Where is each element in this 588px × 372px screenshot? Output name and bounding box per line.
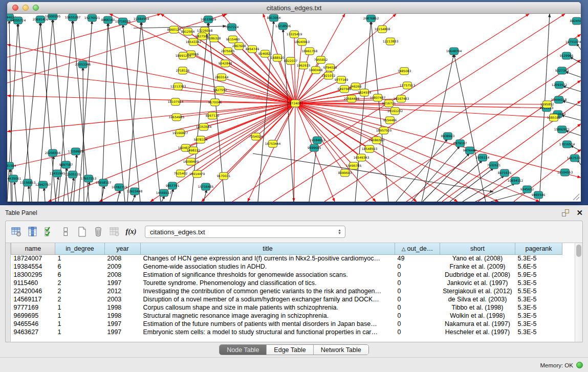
graph-node[interactable]: 10719185 bbox=[115, 18, 131, 25]
graph-node[interactable]: 12923448 bbox=[127, 188, 143, 195]
graph-node[interactable]: 13325419 bbox=[287, 31, 302, 38]
graph-node[interactable]: 9227343 bbox=[555, 67, 569, 74]
table-cell[interactable]: de Silva et al. (2003) bbox=[440, 295, 515, 303]
table-row[interactable]: 2242004622012Investigating the contribut… bbox=[11, 287, 562, 295]
table-cell[interactable]: 5.3E-5 bbox=[515, 303, 562, 312]
table-cell[interactable]: 9699695 bbox=[11, 312, 55, 320]
table-cell[interactable]: 14569117 bbox=[11, 295, 55, 303]
graph-node[interactable]: 1990448 bbox=[309, 67, 323, 74]
graph-node[interactable]: 16154808 bbox=[375, 26, 390, 33]
table-cell[interactable]: Stergiakouli et al. (2012) bbox=[440, 287, 515, 295]
float-panel-icon[interactable] bbox=[562, 209, 569, 216]
table-cell[interactable]: 0 bbox=[395, 279, 440, 287]
column-header-title[interactable]: title bbox=[141, 243, 395, 254]
column-select-icon[interactable] bbox=[26, 225, 39, 238]
graph-node[interactable]: 7857224 bbox=[225, 24, 239, 31]
function-builder-icon[interactable]: f(x) bbox=[124, 225, 138, 238]
table-cell[interactable]: Disruption of a novel member of a sodium… bbox=[141, 295, 395, 303]
delete-column-icon[interactable] bbox=[92, 225, 105, 238]
table-cell[interactable]: 2009 bbox=[105, 262, 141, 271]
graph-node[interactable]: 1498222 bbox=[187, 147, 201, 154]
table-cell[interactable]: 0 bbox=[395, 295, 440, 303]
column-header-name[interactable]: name bbox=[11, 243, 55, 254]
tab-node-table[interactable]: Node Table bbox=[220, 345, 267, 355]
table-cell[interactable]: 2012 bbox=[105, 287, 141, 295]
graph-node[interactable]: 16961758 bbox=[302, 48, 318, 55]
table-cell[interactable]: Estimation of significance thresholds fo… bbox=[141, 271, 395, 279]
table-cell[interactable]: 2 bbox=[55, 287, 105, 295]
graph-node[interactable]: 10654112 bbox=[508, 177, 524, 184]
graph-node[interactable]: 3931584 bbox=[7, 162, 16, 169]
graph-node[interactable]: 9129966 bbox=[560, 52, 574, 59]
table-row[interactable]: 969969511998Structural magnetic resonanc… bbox=[11, 312, 562, 320]
graph-node[interactable]: 9699695 bbox=[308, 144, 321, 151]
table-cell[interactable]: 2 bbox=[55, 279, 105, 287]
graph-node[interactable]: 10655287 bbox=[65, 14, 81, 21]
table-cell[interactable]: Franke et al. (2009) bbox=[440, 262, 515, 271]
table-cell[interactable]: 18724007 bbox=[11, 254, 55, 262]
table-selector-dropdown[interactable]: citations_edges.txt ▲▼ bbox=[145, 226, 345, 238]
table-cell[interactable]: 1997 bbox=[105, 320, 141, 328]
table-settings-icon[interactable] bbox=[10, 225, 23, 238]
graph-node[interactable]: 8924502 bbox=[570, 17, 581, 25]
table-cell[interactable]: 18300295 bbox=[11, 271, 55, 279]
graph-node[interactable]: 17359928 bbox=[68, 148, 84, 155]
table-cell[interactable]: 49 bbox=[395, 254, 440, 262]
table-cell[interactable]: 1 bbox=[55, 312, 105, 320]
table-cell[interactable]: 22420046 bbox=[11, 287, 55, 295]
table-cell[interactable]: 0 bbox=[395, 328, 440, 336]
table-cell[interactable]: 5.9E-5 bbox=[515, 271, 562, 279]
table-cell[interactable]: 0 bbox=[395, 320, 440, 328]
table-cell[interactable]: 5.3E-5 bbox=[515, 312, 562, 320]
table-cell[interactable]: 0 bbox=[395, 287, 440, 295]
graph-node[interactable]: 24055724 bbox=[10, 17, 26, 24]
graph-node[interactable]: 7625402 bbox=[174, 170, 188, 177]
graph-node[interactable]: 16914479 bbox=[189, 170, 205, 178]
table-row[interactable]: 946362711997Embryonic stem cells: a mode… bbox=[11, 328, 562, 336]
graph-node[interactable]: 11156853 bbox=[20, 179, 36, 186]
graph-node[interactable]: 18957505 bbox=[376, 127, 392, 134]
table-cell[interactable]: Tibbo et al. (1998) bbox=[440, 303, 515, 312]
graph-node[interactable]: 8466160 bbox=[101, 16, 115, 24]
canvas-resize-grip[interactable] bbox=[573, 194, 579, 200]
graph-node[interactable]: 12505135 bbox=[65, 171, 81, 178]
graph-node[interactable]: 2875685 bbox=[221, 48, 235, 55]
select-all-icon[interactable] bbox=[42, 225, 56, 238]
graph-node[interactable]: 12093572 bbox=[552, 81, 568, 89]
table-cell[interactable]: 9463627 bbox=[11, 328, 55, 336]
column-header-year[interactable]: year bbox=[105, 243, 141, 254]
graph-node[interactable]: 9170031 bbox=[217, 172, 231, 180]
table-cell[interactable]: Structural magnetic resonance image aver… bbox=[141, 312, 395, 320]
graph-node[interactable]: 8186328 bbox=[207, 35, 221, 42]
graph-node[interactable]: 16543382 bbox=[186, 38, 202, 46]
graph-node[interactable]: 18991254 bbox=[176, 52, 191, 59]
table-row[interactable]: 1456911722003Disruption of a novel membe… bbox=[11, 295, 562, 303]
graph-node[interactable]: 15276021 bbox=[84, 14, 100, 21]
table-cell[interactable]: Corpus callosum shape and size in male p… bbox=[141, 303, 395, 312]
table-cell[interactable]: 1997 bbox=[105, 279, 141, 287]
graph-node[interactable]: 15716485 bbox=[198, 183, 214, 190]
graph-node[interactable]: 9115460 bbox=[226, 36, 240, 43]
graph-node[interactable]: 16958107 bbox=[96, 179, 112, 186]
graph-node[interactable]: 2867608 bbox=[232, 42, 246, 50]
table-cell[interactable]: Yano et al. (2008) bbox=[440, 254, 515, 262]
graph-node[interactable]: 9170046 bbox=[208, 99, 222, 106]
graph-node[interactable]: 11675333 bbox=[567, 155, 581, 162]
table-cell[interactable]: Nakamura et al. (1997) bbox=[440, 320, 515, 328]
graph-node[interactable]: 16549343 bbox=[354, 154, 369, 161]
attribute-table[interactable]: namein_degreeyeartitle△out_de…shortpager… bbox=[11, 243, 562, 336]
graph-node[interactable]: 19384554 bbox=[134, 15, 149, 23]
graph-node[interactable]: 15751074 bbox=[565, 38, 581, 46]
table-cell[interactable]: 19384554 bbox=[11, 262, 55, 271]
graph-node[interactable]: 2803144 bbox=[215, 74, 229, 81]
table-cell[interactable]: 1 bbox=[55, 328, 105, 336]
graph-node[interactable]: 18640910 bbox=[294, 38, 310, 46]
graph-node[interactable]: 3824554 bbox=[358, 89, 372, 96]
graph-node[interactable]: 6794028 bbox=[323, 64, 337, 71]
graph-node[interactable]: 13218506 bbox=[275, 23, 291, 30]
table-cell[interactable]: 5.6E-5 bbox=[515, 262, 562, 271]
graph-node[interactable]: 9474444 bbox=[463, 147, 477, 154]
graph-node[interactable]: 16753444 bbox=[265, 140, 281, 147]
graph-node[interactable]: 8454749 bbox=[246, 46, 259, 53]
close-panel-icon[interactable]: ✕ bbox=[576, 209, 583, 216]
